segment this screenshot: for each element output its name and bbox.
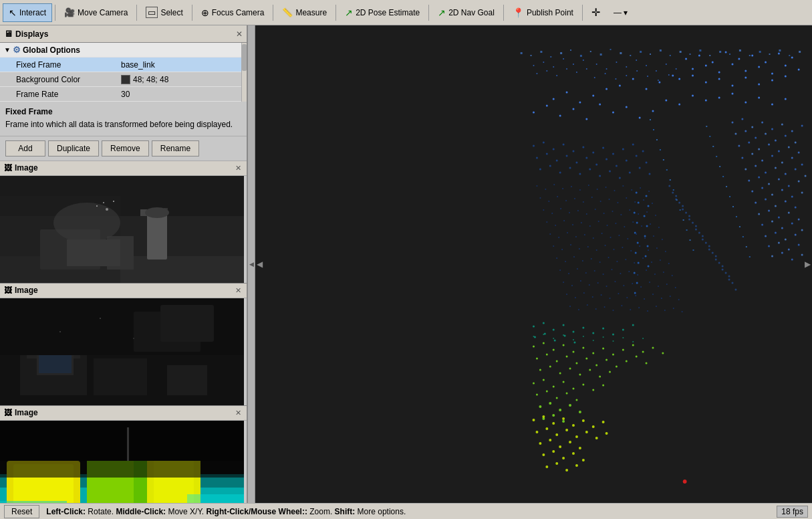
- svg-point-670: [583, 336, 584, 337]
- image-panel-3-close[interactable]: ✕: [234, 409, 243, 417]
- 3d-viewport[interactable]: ◀ ▶: [255, 25, 812, 503]
- scrollbar-thumb[interactable]: [242, 44, 247, 71]
- svg-point-612: [585, 272, 587, 274]
- svg-point-654: [595, 308, 597, 310]
- global-options-label: Global Options: [23, 45, 80, 55]
- svg-point-652: [578, 309, 579, 310]
- svg-point-99: [745, 102, 747, 104]
- svg-point-523: [640, 187, 641, 189]
- svg-point-610: [568, 273, 569, 274]
- fps-badge: 18 fps: [777, 506, 808, 518]
- svg-point-591: [639, 245, 640, 247]
- image-panel-2-close[interactable]: ✕: [234, 286, 243, 295]
- fixed-frame-row[interactable]: Fixed Frame base_link: [0, 58, 241, 72]
- svg-point-586: [596, 249, 597, 251]
- svg-point-449: [573, 342, 575, 344]
- svg-point-475: [708, 249, 710, 251]
- svg-point-547: [612, 211, 614, 212]
- svg-point-513: [553, 184, 555, 185]
- svg-rect-160: [789, 55, 790, 56]
- svg-point-79: [566, 92, 568, 94]
- interact-button[interactable]: ↖ Interact: [3, 3, 52, 22]
- svg-point-365: [566, 393, 568, 395]
- expand-icon: ▼: [4, 46, 11, 54]
- description-area: Fixed Frame Frame into which all data is…: [0, 102, 247, 136]
- svg-point-642: [610, 298, 611, 299]
- move-camera-button[interactable]: 🎥 Move Camera: [58, 3, 134, 22]
- svg-point-599: [591, 258, 592, 260]
- description-title: Fixed Frame: [5, 107, 241, 116]
- background-color-row[interactable]: Background Color 48; 48; 48: [0, 72, 241, 87]
- svg-point-250: [781, 227, 783, 229]
- add-button[interactable]: Add: [5, 140, 45, 157]
- focus-camera-button[interactable]: ⊕ Focus Camera: [195, 3, 271, 22]
- svg-point-648: [661, 298, 662, 299]
- select-button[interactable]: ▭ Select: [140, 3, 188, 22]
- measure-button[interactable]: 📏 Measure: [276, 3, 333, 22]
- pose-estimate-button[interactable]: ↗ 2D Pose Estimate: [339, 3, 426, 22]
- svg-point-345: [646, 362, 648, 365]
- svg-point-507: [555, 462, 558, 465]
- svg-point-109: [536, 73, 537, 74]
- svg-point-638: [575, 297, 576, 298]
- nav-goal-button[interactable]: ↗ 2D Nav Goal: [432, 3, 501, 22]
- svg-point-488: [535, 431, 538, 433]
- reset-button[interactable]: Reset: [4, 505, 39, 518]
- svg-point-126: [615, 78, 616, 80]
- svg-point-563: [632, 221, 634, 223]
- svg-point-273: [612, 153, 614, 155]
- tree-scrollbar[interactable]: [241, 43, 247, 102]
- svg-point-466: [712, 252, 714, 254]
- svg-point-243: [758, 213, 760, 215]
- svg-point-473: [695, 229, 697, 231]
- svg-point-592: [648, 249, 649, 251]
- svg-point-465: [705, 242, 707, 244]
- remove-button[interactable]: Remove: [102, 140, 149, 157]
- svg-point-336: [556, 360, 558, 362]
- more-options-button[interactable]: — ▾: [607, 3, 634, 22]
- svg-point-624: [571, 285, 573, 286]
- svg-rect-149: [680, 51, 682, 53]
- duplicate-button[interactable]: Duplicate: [48, 140, 99, 157]
- displays-close-button[interactable]: ✕: [236, 29, 243, 39]
- svg-point-65: [692, 75, 694, 77]
- svg-point-452: [682, 205, 684, 207]
- svg-point-554: [555, 225, 556, 226]
- frame-rate-row[interactable]: Frame Rate 30: [0, 87, 241, 102]
- svg-point-232: [751, 191, 753, 193]
- publish-point-button[interactable]: 📍 Publish Point: [507, 3, 579, 22]
- svg-rect-176: [706, 126, 707, 127]
- left-expand-arrow[interactable]: ◀: [257, 260, 263, 269]
- collapse-handle[interactable]: ◀: [247, 25, 255, 503]
- svg-point-203: [785, 135, 787, 137]
- svg-point-125: [605, 73, 606, 74]
- svg-point-655: [604, 306, 605, 308]
- svg-rect-153: [719, 51, 721, 53]
- svg-rect-161: [799, 51, 801, 53]
- image-panel-1-close[interactable]: ✕: [234, 164, 243, 173]
- svg-point-268: [563, 144, 565, 146]
- rename-button[interactable]: Rename: [152, 140, 199, 157]
- svg-point-618: [637, 274, 638, 276]
- svg-point-289: [539, 169, 541, 171]
- svg-point-616: [620, 273, 621, 274]
- svg-rect-3: [147, 213, 167, 260]
- right-expand-arrow[interactable]: ▶: [805, 260, 811, 269]
- svg-point-342: [616, 366, 618, 368]
- svg-point-293: [579, 173, 581, 175]
- svg-point-571: [584, 234, 585, 235]
- svg-point-266: [543, 142, 545, 144]
- global-options-row[interactable]: ▼ ⚙ Global Options: [0, 43, 241, 58]
- image-panel-1-label: Image: [15, 163, 38, 173]
- svg-point-117: [616, 62, 617, 63]
- middle-click-label: Middle-Click: Move X/Y.: [116, 507, 206, 516]
- svg-point-233: [761, 187, 763, 189]
- svg-point-248: [761, 224, 763, 226]
- svg-point-666: [543, 334, 544, 335]
- add-toolbar-button[interactable]: ✛: [585, 3, 606, 22]
- svg-point-104: [543, 62, 544, 63]
- right-click-label: Right-Click/Mouse Wheel:: Zoom.: [207, 507, 335, 516]
- svg-point-72: [785, 76, 787, 78]
- svg-point-371: [579, 411, 581, 413]
- main-area: 🖥 Displays ✕ ▼ ⚙ Global Options: [0, 25, 812, 503]
